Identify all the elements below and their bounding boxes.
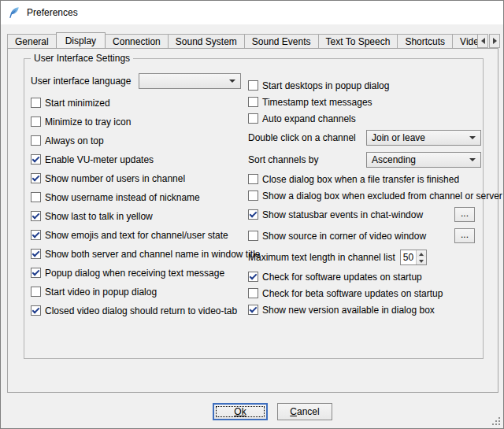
checkbox-close-dialog-box-when-a-file-transfer-is-finished[interactable] bbox=[248, 174, 258, 184]
title-bar[interactable]: Preferences bbox=[1, 1, 503, 24]
chevron-down-icon bbox=[469, 136, 476, 139]
checkbox-label: Close dialog box when a file transfer is… bbox=[262, 174, 459, 185]
spinner-down-button[interactable] bbox=[417, 257, 426, 264]
video-source-row: Show source in corner of video window ..… bbox=[248, 228, 481, 243]
checkbox-enable-vu-meter-updates[interactable] bbox=[31, 154, 41, 165]
double-click-combobox-value: Join or leave bbox=[372, 132, 425, 143]
checkbox-label: Check for beta software updates on start… bbox=[262, 288, 443, 299]
tab-shortcuts[interactable]: Shortcuts bbox=[397, 34, 453, 48]
checkbox-row: Popup dialog when receiving text message bbox=[31, 268, 241, 278]
double-click-label: Double click on a channel bbox=[248, 132, 356, 143]
double-click-row: Double click on a channel Join or leave bbox=[248, 130, 481, 146]
checkbox-show-video-source[interactable] bbox=[248, 231, 258, 241]
checkbox-row: Check for beta software updates on start… bbox=[248, 288, 481, 298]
checkbox-row: Show both server and channel name in win… bbox=[31, 249, 241, 259]
checkbox-auto-expand-channels[interactable] bbox=[248, 113, 258, 124]
checkbox-show-both-server-and-channel-name-in-window-title[interactable] bbox=[31, 249, 41, 259]
sort-channels-row: Sort channels by Ascending bbox=[248, 152, 481, 168]
checkbox-show-a-dialog-box-when-excluded-from-channel-or-server[interactable] bbox=[248, 190, 258, 201]
video-source-more-button[interactable]: ... bbox=[454, 228, 475, 243]
checkbox-label: Enable VU-meter updates bbox=[45, 154, 154, 165]
resize-grip[interactable] bbox=[491, 416, 500, 425]
checkbox-show-username-instead-of-nickname[interactable] bbox=[31, 192, 41, 202]
ok-button[interactable]: Ok bbox=[213, 403, 268, 420]
checkbox-label: Start minimized bbox=[45, 98, 110, 109]
tab-scroll-left-button[interactable] bbox=[477, 34, 488, 48]
right-arrow-icon bbox=[493, 38, 497, 44]
checkbox-row: Show new version available in dialog box bbox=[248, 305, 481, 315]
checkbox-label: Show last to talk in yellow bbox=[45, 211, 153, 222]
checkbox-row: Check for software updates on startup bbox=[248, 272, 481, 282]
checkbox-popup-dialog-when-receiving-text-message[interactable] bbox=[31, 268, 41, 278]
sort-channels-combobox-value: Ascending bbox=[372, 154, 416, 165]
checkbox-row: Start video in popup dialog bbox=[31, 287, 241, 297]
checkbox-row: Start desktops in popup dialog bbox=[248, 80, 481, 91]
checkbox-start-desktops-in-popup-dialog[interactable] bbox=[248, 80, 258, 91]
checkbox-show-new-version-available-in-dialog-box[interactable] bbox=[248, 305, 258, 315]
window-title: Preferences bbox=[27, 7, 78, 18]
checkbox-row: Show emojis and text for channel/user st… bbox=[31, 230, 241, 240]
group-title: User Interface Settings bbox=[31, 53, 133, 64]
checkbox-label: Start video in popup dialog bbox=[45, 287, 157, 298]
checkbox-row: Show username instead of nickname bbox=[31, 192, 241, 202]
checkbox-label: Popup dialog when receiving text message bbox=[45, 268, 224, 279]
chevron-down-icon bbox=[469, 158, 476, 161]
cancel-button[interactable]: Cancel bbox=[277, 403, 332, 420]
tab-sound-system[interactable]: Sound System bbox=[168, 34, 245, 48]
sort-channels-combobox[interactable]: Ascending bbox=[366, 152, 481, 168]
right-column: Start desktops in popup dialogTimestamp … bbox=[248, 80, 481, 315]
checkbox-label: Auto expand channels bbox=[262, 113, 356, 124]
language-label: User interface language bbox=[31, 76, 131, 87]
checkbox-label: Show source in corner of video window bbox=[262, 231, 426, 242]
checkbox-show-emojis-and-text-for-channel-user-state[interactable] bbox=[31, 230, 41, 240]
checkbox-show-statusbar-events[interactable] bbox=[248, 209, 258, 220]
tab-text-to-speech[interactable]: Text To Speech bbox=[318, 34, 398, 48]
checkbox-row: Closed video dialog should return to vid… bbox=[31, 305, 241, 316]
spinner-value: 50 bbox=[401, 250, 416, 264]
checkbox-start-video-in-popup-dialog[interactable] bbox=[31, 287, 41, 297]
checkbox-row: Always on top bbox=[31, 135, 241, 146]
preferences-window: Preferences GeneralDisplayConnectionSoun… bbox=[0, 0, 504, 429]
checkbox-show-last-to-talk-in-yellow[interactable] bbox=[31, 211, 41, 221]
tab-general[interactable]: General bbox=[7, 34, 57, 48]
checkbox-check-for-software-updates-on-startup[interactable] bbox=[248, 272, 258, 282]
checkbox-start-minimized[interactable] bbox=[31, 98, 41, 108]
checkbox-always-on-top[interactable] bbox=[31, 135, 41, 146]
checkbox-row: Show number of users in channel bbox=[31, 173, 241, 183]
tab-scroll-right-button[interactable] bbox=[489, 34, 500, 48]
language-row: User interface language bbox=[31, 73, 241, 89]
user-interface-settings-group: User Interface Settings User interface l… bbox=[24, 58, 484, 359]
tab-video[interactable]: Video bbox=[452, 34, 478, 48]
statusbar-events-more-button[interactable]: ... bbox=[454, 207, 475, 222]
checkbox-closed-video-dialog-should-return-to-video-tab[interactable] bbox=[31, 305, 41, 316]
language-combobox[interactable] bbox=[139, 73, 241, 89]
down-arrow-icon bbox=[419, 260, 424, 263]
checkbox-row: Show a dialog box when excluded from cha… bbox=[248, 190, 481, 201]
left-column: User interface language Start minimizedM… bbox=[31, 73, 241, 316]
max-text-length-row: Maximum text length in channel list 50 bbox=[248, 250, 481, 265]
ok-button-label: Ok bbox=[234, 406, 246, 417]
tab-panel-display: User Interface Settings User interface l… bbox=[7, 48, 498, 393]
tab-connection[interactable]: Connection bbox=[105, 34, 169, 48]
spinner-up-button[interactable] bbox=[417, 250, 426, 257]
max-text-length-spinner[interactable]: 50 bbox=[400, 250, 427, 265]
tab-bar: GeneralDisplayConnectionSound SystemSoun… bbox=[7, 31, 478, 48]
tab-sound-events[interactable]: Sound Events bbox=[244, 34, 319, 48]
checkbox-label: Show emojis and text for channel/user st… bbox=[45, 230, 228, 241]
double-click-combobox[interactable]: Join or leave bbox=[366, 130, 481, 146]
checkbox-label: Closed video dialog should return to vid… bbox=[45, 305, 237, 316]
checkbox-label: Show statusbar events in chat-window bbox=[262, 209, 423, 220]
statusbar-events-row: Show statusbar events in chat-window ... bbox=[248, 207, 481, 222]
tab-display[interactable]: Display bbox=[56, 32, 106, 48]
checkbox-timestamp-text-messages[interactable] bbox=[248, 97, 258, 107]
checkbox-show-number-of-users-in-channel[interactable] bbox=[31, 173, 41, 183]
checkbox-check-for-beta-software-updates-on-startup[interactable] bbox=[248, 288, 258, 298]
checkbox-label: Minimize to tray icon bbox=[45, 116, 131, 128]
checkbox-minimize-to-tray-icon[interactable] bbox=[31, 116, 41, 127]
left-arrow-icon bbox=[481, 38, 485, 44]
checkbox-row: Timestamp text messages bbox=[248, 97, 481, 107]
checkbox-row: Start minimized bbox=[31, 98, 241, 108]
checkbox-label: Check for software updates on startup bbox=[262, 272, 422, 283]
checkbox-label: Show a dialog box when excluded from cha… bbox=[262, 190, 502, 202]
checkbox-label: Show both server and channel name in win… bbox=[45, 249, 261, 260]
